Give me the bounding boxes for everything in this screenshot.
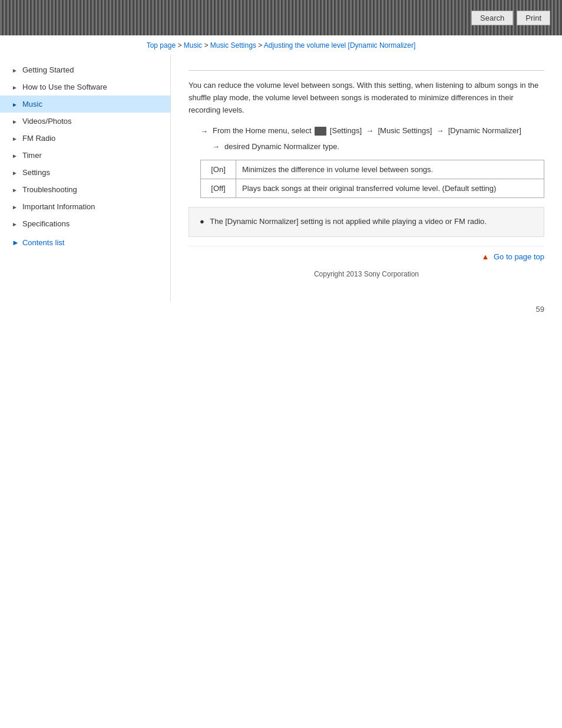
sidebar-item-music[interactable]: ► Music xyxy=(0,95,170,113)
breadcrumb-music[interactable]: Music xyxy=(184,41,202,50)
contents-list-arrow-icon: ► xyxy=(12,238,19,247)
go-to-top-link[interactable]: ▲ Go to page top xyxy=(481,252,544,261)
top-divider xyxy=(189,70,544,71)
arrow-icon-music: ► xyxy=(12,101,18,107)
arrow-icon-fm-radio: ► xyxy=(12,136,18,141)
sidebar-item-label-timer: Timer xyxy=(22,151,42,160)
go-top-icon: ▲ xyxy=(481,252,489,261)
breadcrumb-current[interactable]: Adjusting the volume level [Dynamic Norm… xyxy=(264,41,415,50)
breadcrumb-sep2: > xyxy=(204,41,210,50)
sidebar-item-label-getting-started: Getting Started xyxy=(22,65,74,74)
sidebar-item-label-how-to-use: How to Use the Software xyxy=(22,83,107,91)
settings-table: [On] Minimizes the difference in volume … xyxy=(200,160,544,198)
layout: ► Getting Started ► How to Use the Softw… xyxy=(0,55,562,302)
table-row-on: [On] Minimizes the difference in volume … xyxy=(201,160,544,179)
sidebar-item-label-important-information: Important Information xyxy=(22,202,95,211)
sidebar: ► Getting Started ► How to Use the Softw… xyxy=(0,55,171,302)
arrow-icon-getting-started: ► xyxy=(12,67,18,73)
table-row-off: [Off] Plays back songs at their original… xyxy=(201,179,544,197)
sidebar-item-how-to-use[interactable]: ► How to Use the Software xyxy=(0,78,170,95)
sidebar-item-label-specifications: Specifications xyxy=(22,219,70,228)
arrow-icon-important-information: ► xyxy=(12,204,18,210)
go-to-top-label: Go to page top xyxy=(494,252,544,261)
arrow-icon-settings: ► xyxy=(12,170,18,176)
note-box: ● The [Dynamic Normalizer] setting is no… xyxy=(189,207,544,237)
arrow-icon-how-to-use: ► xyxy=(12,84,18,90)
arrow-icon-timer: ► xyxy=(12,153,18,159)
sidebar-item-label-troubleshooting: Troubleshooting xyxy=(22,185,77,194)
breadcrumb-music-settings[interactable]: Music Settings xyxy=(210,41,256,50)
instruction-text: From the Home menu, select [Settings] → … xyxy=(213,125,521,137)
sidebar-item-label-videos-photos: Videos/Photos xyxy=(22,117,72,126)
breadcrumb-sep1: > xyxy=(177,41,183,50)
sidebar-item-settings[interactable]: ► Settings xyxy=(0,164,170,181)
main-content: You can reduce the volume level between … xyxy=(171,55,562,302)
sub-instruction-arrow-icon: → xyxy=(212,142,220,151)
settings-icon xyxy=(315,127,326,136)
sidebar-item-important-information[interactable]: ► Important Information xyxy=(0,198,170,215)
note-bullet-icon: ● xyxy=(200,217,204,226)
footer-links: ▲ Go to page top xyxy=(189,246,544,264)
sidebar-item-label-fm-radio: FM Radio xyxy=(22,134,55,143)
arrow-icon-troubleshooting: ► xyxy=(12,187,18,193)
table-cell-key-off: [Off] xyxy=(201,179,236,197)
sidebar-item-fm-radio[interactable]: ► FM Radio xyxy=(0,130,170,147)
breadcrumb: Top page > Music > Music Settings > Adju… xyxy=(0,35,562,55)
sub-instruction-line: → desired Dynamic Normalizer type. xyxy=(212,142,544,151)
sidebar-item-label-settings: Settings xyxy=(22,168,50,177)
contents-list-label: Contents list xyxy=(22,238,65,247)
breadcrumb-top-page[interactable]: Top page xyxy=(147,41,176,50)
sidebar-item-timer[interactable]: ► Timer xyxy=(0,147,170,164)
sidebar-item-label-music: Music xyxy=(22,100,42,108)
instruction-line: → From the Home menu, select [Settings] … xyxy=(200,125,544,137)
sidebar-item-specifications[interactable]: ► Specifications xyxy=(0,215,170,232)
header: Search Print xyxy=(0,0,562,35)
sidebar-item-videos-photos[interactable]: ► Videos/Photos xyxy=(0,113,170,130)
search-button[interactable]: Search xyxy=(471,11,513,25)
print-button[interactable]: Print xyxy=(517,11,550,25)
table-cell-key-on: [On] xyxy=(201,160,236,179)
intro-text: You can reduce the volume level between … xyxy=(189,80,544,116)
sub-instruction-text: desired Dynamic Normalizer type. xyxy=(224,142,339,151)
page-number: 59 xyxy=(0,302,562,319)
arrow-icon-videos-photos: ► xyxy=(12,118,18,124)
table-cell-value-off: Plays back songs at their original trans… xyxy=(236,179,544,197)
note-text: The [Dynamic Normalizer] setting is not … xyxy=(210,217,487,226)
sidebar-item-troubleshooting[interactable]: ► Troubleshooting xyxy=(0,181,170,198)
sidebar-item-getting-started[interactable]: ► Getting Started xyxy=(0,61,170,78)
instruction-arrow-icon: → xyxy=(200,126,208,137)
contents-list-link[interactable]: ► Contents list xyxy=(0,232,170,253)
breadcrumb-sep3: > xyxy=(258,41,264,50)
table-cell-value-on: Minimizes the difference in volume level… xyxy=(236,160,544,179)
arrow-icon-specifications: ► xyxy=(12,221,18,227)
copyright: Copyright 2013 Sony Corporation xyxy=(189,264,544,290)
